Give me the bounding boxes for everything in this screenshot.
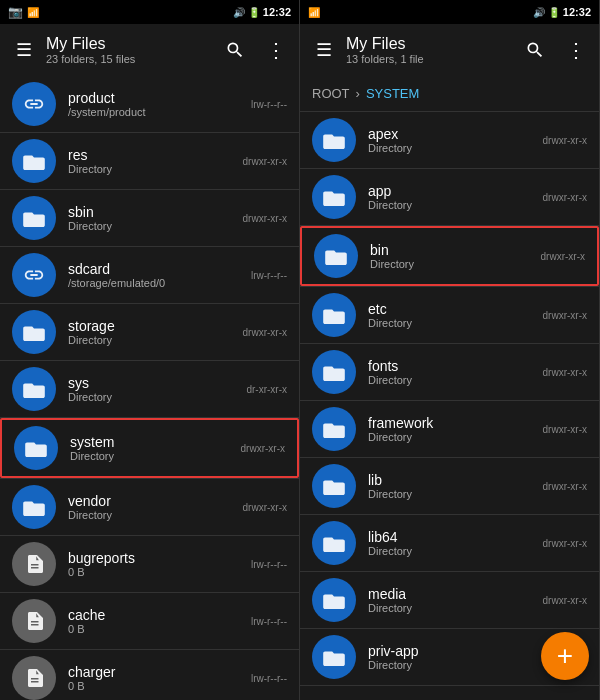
- list-item[interactable]: storageDirectorydrwxr-xr-x: [0, 304, 299, 360]
- right-appbar-icons: ⋮: [523, 38, 587, 62]
- list-item[interactable]: fontsDirectorydrwxr-xr-x: [300, 344, 599, 400]
- folder-icon: [312, 350, 356, 394]
- file-info: frameworkDirectory: [368, 415, 539, 443]
- file-info: priv-appDirectory: [368, 643, 539, 671]
- list-item[interactable]: libDirectorydrwxr-xr-x: [300, 458, 599, 514]
- file-subtitle: Directory: [68, 334, 239, 346]
- list-item[interactable]: product/system/productlrw-r--r--: [0, 76, 299, 132]
- right-panel-subtitle: 13 folders, 1 file: [346, 53, 513, 65]
- file-subtitle: Directory: [368, 431, 539, 443]
- right-volume-icon: 🔊: [533, 7, 545, 18]
- folder-icon: [312, 635, 356, 679]
- file-name: media: [368, 586, 539, 602]
- file-subtitle: Directory: [68, 391, 242, 403]
- file-name: product: [68, 90, 247, 106]
- left-appbar-icons: ⋮: [223, 38, 287, 62]
- list-item[interactable]: mediaDirectorydrwxr-xr-x: [300, 572, 599, 628]
- file-name: vendor: [68, 493, 239, 509]
- list-item[interactable]: bugreports0 Blrw-r--r--: [0, 536, 299, 592]
- file-subtitle: /system/product: [68, 106, 247, 118]
- left-panel-title: My Files: [46, 35, 213, 53]
- camera-icon: 📷: [8, 5, 23, 19]
- file-subtitle: Directory: [68, 509, 239, 521]
- list-item[interactable]: apexDirectorydrwxr-xr-x: [300, 112, 599, 168]
- right-status-bar: 📶 🔊 🔋 12:32: [300, 0, 599, 24]
- right-more-button[interactable]: ⋮: [563, 38, 587, 62]
- file-subtitle: Directory: [68, 163, 239, 175]
- folder-icon: [312, 118, 356, 162]
- list-item[interactable]: sysDirectorydr-xr-xr-x: [0, 361, 299, 417]
- more-vert-icon: ⋮: [266, 38, 284, 62]
- list-item[interactable]: vendorDirectorydrwxr-xr-x: [0, 479, 299, 535]
- list-item[interactable]: lib64Directorydrwxr-xr-x: [300, 515, 599, 571]
- left-menu-button[interactable]: ☰: [12, 38, 36, 62]
- left-file-list[interactable]: product/system/productlrw-r--r-- resDire…: [0, 76, 299, 700]
- right-clock: 12:32: [563, 6, 591, 18]
- file-subtitle: Directory: [368, 317, 539, 329]
- file-subtitle: Directory: [68, 220, 239, 232]
- file-permissions: drwxr-xr-x: [243, 213, 287, 224]
- file-permissions: lrw-r--r--: [251, 616, 287, 627]
- file-permissions: dr-xr-xr-x: [246, 384, 287, 395]
- list-item[interactable]: charger0 Blrw-r--r--: [0, 650, 299, 700]
- phone-icon: 📶: [27, 7, 39, 18]
- list-item[interactable]: sbinDirectorydrwxr-xr-x: [0, 190, 299, 246]
- left-search-button[interactable]: [223, 38, 247, 62]
- right-app-bar: ☰ My Files 13 folders, 1 file ⋮: [300, 24, 599, 76]
- file-permissions: lrw-r--r--: [251, 270, 287, 281]
- file-permissions: lrw-r--r--: [251, 559, 287, 570]
- folder-icon: [12, 196, 56, 240]
- file-subtitle: Directory: [368, 488, 539, 500]
- left-status-icons: 📷 📶: [8, 5, 39, 19]
- list-item[interactable]: etcDirectorydrwxr-xr-x: [300, 287, 599, 343]
- battery-icon: 🔋: [248, 7, 260, 18]
- folder-icon: [12, 367, 56, 411]
- right-more-vert-icon: ⋮: [566, 38, 584, 62]
- file-permissions: drwxr-xr-x: [541, 251, 585, 262]
- breadcrumb-separator: ›: [356, 86, 360, 101]
- file-info: systemDirectory: [70, 434, 237, 462]
- folder-icon: [14, 426, 58, 470]
- breadcrumb-current[interactable]: SYSTEM: [366, 86, 419, 101]
- file-name: lib: [368, 472, 539, 488]
- file-info: mediaDirectory: [368, 586, 539, 614]
- file-info: binDirectory: [370, 242, 537, 270]
- file-name: charger: [68, 664, 247, 680]
- fab-button[interactable]: +: [541, 632, 589, 680]
- file-subtitle: 0 B: [68, 623, 247, 635]
- right-file-list[interactable]: apexDirectorydrwxr-xr-x appDirectorydrwx…: [300, 112, 599, 700]
- file-icon: [12, 599, 56, 643]
- breadcrumb-root[interactable]: ROOT: [312, 86, 350, 101]
- list-item[interactable]: systemDirectorydrwxr-xr-x: [0, 418, 299, 478]
- right-menu-button[interactable]: ☰: [312, 38, 336, 62]
- shortcut-icon: [12, 82, 56, 126]
- file-info: storageDirectory: [68, 318, 239, 346]
- shortcut-icon: [12, 253, 56, 297]
- right-search-button[interactable]: [523, 38, 547, 62]
- folder-icon: [12, 485, 56, 529]
- file-permissions: drwxr-xr-x: [543, 424, 587, 435]
- file-name: priv-app: [368, 643, 539, 659]
- list-item[interactable]: appDirectorydrwxr-xr-x: [300, 169, 599, 225]
- file-name: lib64: [368, 529, 539, 545]
- folder-icon: [312, 293, 356, 337]
- folder-icon: [12, 139, 56, 183]
- list-item[interactable]: sdcard/storage/emulated/0lrw-r--r--: [0, 247, 299, 303]
- file-icon: [12, 656, 56, 700]
- hamburger-icon: ☰: [16, 39, 32, 61]
- file-name: etc: [368, 301, 539, 317]
- file-permissions: drwxr-xr-x: [241, 443, 285, 454]
- left-more-button[interactable]: ⋮: [263, 38, 287, 62]
- list-item[interactable]: cache0 Blrw-r--r--: [0, 593, 299, 649]
- file-name: system: [70, 434, 237, 450]
- file-permissions: drwxr-xr-x: [543, 538, 587, 549]
- file-info: sbinDirectory: [68, 204, 239, 232]
- left-panel: 📷 📶 🔊 🔋 12:32 ☰ My Files 23 folders, 15 …: [0, 0, 300, 700]
- file-permissions: drwxr-xr-x: [543, 310, 587, 321]
- file-info: lib64Directory: [368, 529, 539, 557]
- list-item[interactable]: frameworkDirectorydrwxr-xr-x: [300, 401, 599, 457]
- list-item[interactable]: resDirectorydrwxr-xr-x: [0, 133, 299, 189]
- file-subtitle: Directory: [368, 374, 539, 386]
- list-item[interactable]: binDirectorydrwxr-xr-x: [300, 226, 599, 286]
- file-info: fontsDirectory: [368, 358, 539, 386]
